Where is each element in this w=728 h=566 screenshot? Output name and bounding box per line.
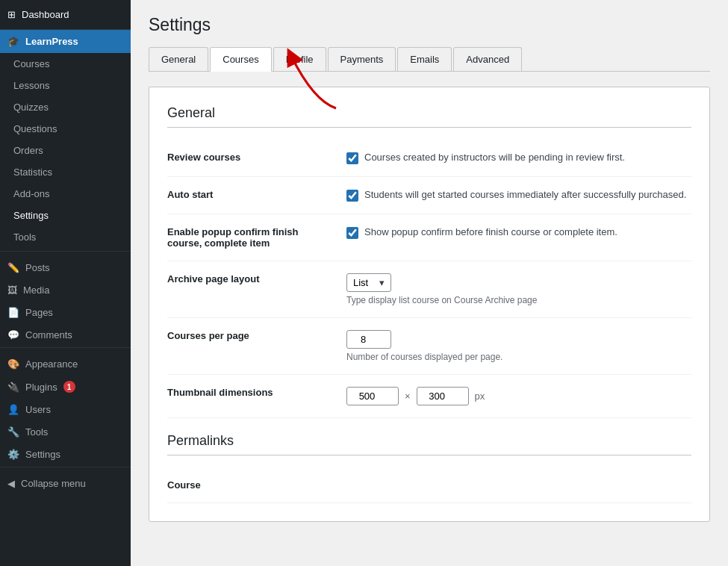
learnpress-icon: 🎓 bbox=[7, 36, 19, 47]
dimension-separator: × bbox=[405, 391, 411, 402]
course-permalink-field bbox=[346, 467, 691, 503]
sidebar-item-learnpress[interactable]: 🎓 LearnPress bbox=[0, 30, 131, 53]
section-permalinks-title: Permalinks bbox=[167, 433, 691, 455]
sidebar-item-pages[interactable]: 📄 Pages bbox=[0, 299, 131, 322]
thumbnail-dimensions-label: Thumbnail dimensions bbox=[167, 375, 346, 418]
posts-icon: ✏️ bbox=[7, 262, 19, 273]
sidebar: ⊞ Dashboard 🎓 LearnPress Courses Lessons… bbox=[0, 0, 131, 566]
settings-icon: ⚙️ bbox=[7, 449, 19, 460]
divider-1 bbox=[0, 251, 131, 252]
media-icon: 🖼 bbox=[7, 284, 17, 296]
sidebar-item-posts[interactable]: ✏️ Posts bbox=[0, 255, 131, 277]
divider-2 bbox=[0, 347, 131, 348]
sidebar-item-comments[interactable]: 💬 Comments bbox=[0, 322, 131, 344]
appearance-icon: 🎨 bbox=[7, 358, 19, 370]
section-general-title: General bbox=[167, 105, 691, 128]
review-courses-checkbox[interactable] bbox=[346, 152, 358, 164]
archive-layout-desc: Type display list course on Course Archi… bbox=[346, 295, 691, 305]
courses-per-page-desc: Number of courses displayed per page. bbox=[346, 352, 691, 362]
dashboard-icon: ⊞ bbox=[7, 9, 16, 20]
sidebar-item-lessons[interactable]: Lessons bbox=[0, 75, 131, 96]
review-courses-label: Review courses bbox=[167, 140, 346, 177]
sidebar-item-plugins[interactable]: 🔌 Plugins 1 bbox=[0, 373, 131, 396]
pages-icon: 📄 bbox=[7, 307, 19, 318]
courses-per-page-input[interactable] bbox=[346, 330, 391, 349]
popup-confirm-text: Show popup confirm before finish course … bbox=[364, 226, 617, 237]
settings-panel: General Review courses Courses created b… bbox=[149, 87, 710, 522]
sidebar-item-users[interactable]: 👤 Users bbox=[0, 396, 131, 419]
course-permalink-label: Course bbox=[167, 467, 346, 503]
popup-confirm-label: Enable popup confirm finish course, comp… bbox=[167, 214, 346, 261]
table-row: Courses per page Number of courses displ… bbox=[167, 318, 691, 375]
chevron-down-icon: ▾ bbox=[379, 277, 385, 288]
thumbnail-height-input[interactable] bbox=[417, 387, 469, 405]
sidebar-item-questions[interactable]: Questions bbox=[0, 118, 131, 140]
collapse-icon: ◀ bbox=[7, 478, 15, 489]
table-row: Auto start Students will get started cou… bbox=[167, 177, 691, 214]
table-row: Enable popup confirm finish course, comp… bbox=[167, 214, 691, 261]
sidebar-item-courses[interactable]: Courses bbox=[0, 53, 131, 75]
sidebar-item-orders[interactable]: Orders bbox=[0, 140, 131, 161]
sidebar-item-settings[interactable]: ⚙️ Settings bbox=[0, 441, 131, 464]
popup-confirm-field: Show popup confirm before finish course … bbox=[346, 214, 691, 261]
auto-start-field: Students will get started courses immedi… bbox=[346, 177, 691, 214]
courses-per-page-label: Courses per page bbox=[167, 318, 346, 375]
archive-layout-select-wrapper[interactable]: List Grid ▾ bbox=[346, 273, 391, 292]
sidebar-item-dashboard[interactable]: ⊞ Dashboard bbox=[0, 0, 131, 30]
sidebar-item-tools[interactable]: 🔧 Tools bbox=[0, 419, 131, 441]
review-courses-field: Courses created by instructors will be p… bbox=[346, 140, 691, 177]
popup-confirm-checkbox[interactable] bbox=[346, 227, 358, 239]
auto-start-text: Students will get started courses immedi… bbox=[364, 189, 686, 200]
sidebar-item-media[interactable]: 🖼 Media bbox=[0, 277, 131, 299]
sidebar-item-appearance[interactable]: 🎨 Appearance bbox=[0, 351, 131, 373]
main-content: Settings General Courses Profile Payment… bbox=[131, 0, 728, 566]
collapse-menu-button[interactable]: ◀ Collapse menu bbox=[0, 470, 131, 493]
tab-advanced[interactable]: Advanced bbox=[453, 47, 522, 71]
sidebar-item-quizzes[interactable]: Quizzes bbox=[0, 96, 131, 118]
general-settings-table: Review courses Courses created by instru… bbox=[167, 140, 691, 418]
archive-layout-select[interactable]: List Grid bbox=[353, 277, 375, 288]
sidebar-item-tools-lp[interactable]: Tools bbox=[0, 226, 131, 248]
tab-payments[interactable]: Payments bbox=[328, 47, 396, 71]
tools-icon: 🔧 bbox=[7, 426, 19, 438]
tab-general[interactable]: General bbox=[149, 47, 208, 71]
table-row: Course bbox=[167, 467, 691, 503]
table-row: Thumbnail dimensions × px bbox=[167, 375, 691, 418]
sidebar-item-settings-lp[interactable]: Settings bbox=[0, 205, 131, 226]
plugins-badge: 1 bbox=[63, 381, 75, 393]
thumbnail-dimensions-field: × px bbox=[346, 375, 691, 418]
tab-courses[interactable]: Courses bbox=[210, 47, 271, 72]
thumbnail-width-input[interactable] bbox=[346, 387, 399, 405]
settings-tabs: General Courses Profile Payments Emails … bbox=[149, 47, 710, 72]
table-row: Review courses Courses created by instru… bbox=[167, 140, 691, 177]
permalinks-settings-table: Course bbox=[167, 467, 691, 503]
plugins-icon: 🔌 bbox=[7, 382, 19, 393]
page-title: Settings bbox=[149, 15, 710, 35]
archive-layout-label: Archive page layout bbox=[167, 261, 346, 318]
users-icon: 👤 bbox=[7, 404, 19, 415]
courses-per-page-field: Number of courses displayed per page. bbox=[346, 318, 691, 375]
auto-start-label: Auto start bbox=[167, 177, 346, 214]
auto-start-checkbox[interactable] bbox=[346, 190, 358, 202]
px-label: px bbox=[475, 391, 485, 402]
tab-emails[interactable]: Emails bbox=[397, 47, 452, 71]
sidebar-item-addons[interactable]: Add-ons bbox=[0, 183, 131, 205]
archive-layout-field: List Grid ▾ Type display list course on … bbox=[346, 261, 691, 318]
divider-3 bbox=[0, 467, 131, 467]
tab-profile[interactable]: Profile bbox=[273, 47, 326, 71]
table-row: Archive page layout List Grid ▾ Type dis… bbox=[167, 261, 691, 318]
sidebar-item-statistics[interactable]: Statistics bbox=[0, 161, 131, 183]
review-courses-text: Courses created by instructors will be p… bbox=[364, 152, 625, 163]
comments-icon: 💬 bbox=[7, 329, 19, 340]
